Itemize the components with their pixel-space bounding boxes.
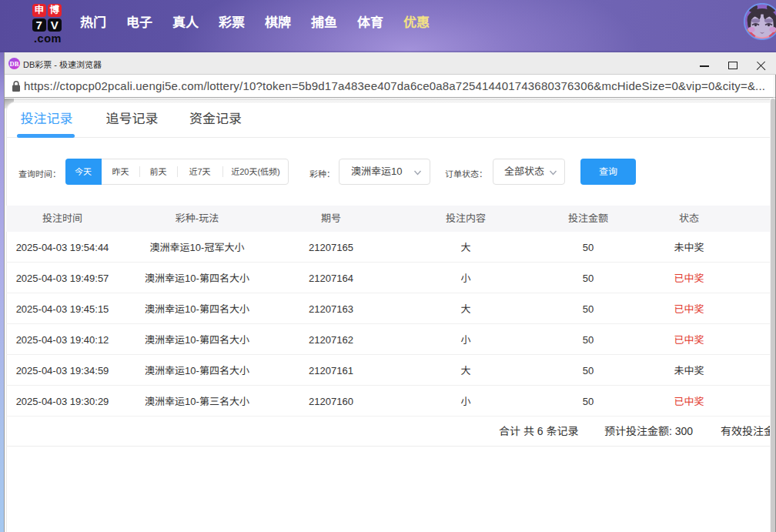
svg-text:DB: DB <box>10 60 19 68</box>
